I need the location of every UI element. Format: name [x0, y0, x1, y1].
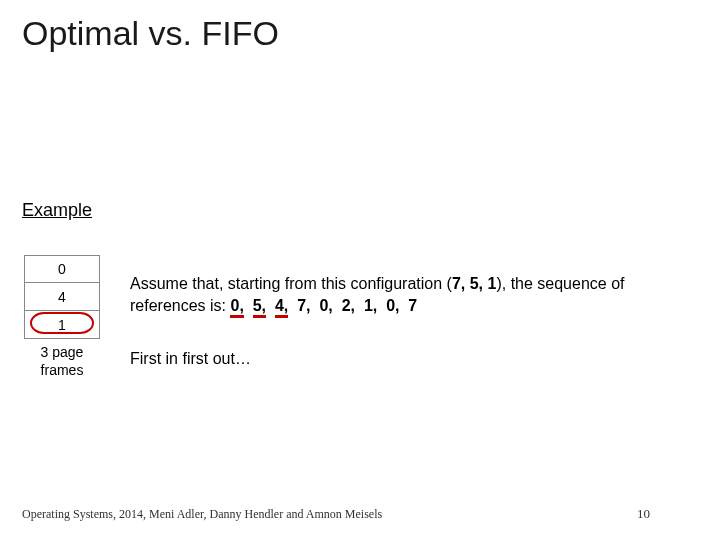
config-values: 7, 5, 1	[452, 275, 496, 292]
page-number: 10	[637, 506, 650, 522]
frames-label: 3 page frames	[26, 344, 98, 379]
frame-0: 0	[24, 255, 100, 283]
ref-1: 5,	[253, 297, 266, 318]
frame-2: 1	[24, 311, 100, 339]
ref-0: 0,	[230, 297, 243, 318]
page-frames-table: 0 4 1	[24, 255, 100, 339]
example-heading: Example	[22, 200, 92, 221]
fifo-caption: First in first out…	[130, 350, 251, 368]
slide-title: Optimal vs. FIFO	[22, 14, 279, 53]
ref-7: 0,	[386, 297, 399, 314]
text-pre: Assume that, starting from this configur…	[130, 275, 452, 292]
ref-8: 7	[408, 297, 417, 314]
ref-2: 4,	[275, 297, 288, 318]
ref-5: 2,	[342, 297, 355, 314]
ref-4: 0,	[319, 297, 332, 314]
ref-6: 1,	[364, 297, 377, 314]
footer-text: Operating Systems, 2014, Meni Adler, Dan…	[22, 507, 382, 522]
frame-1: 4	[24, 283, 100, 311]
assumption-text: Assume that, starting from this configur…	[130, 273, 700, 316]
ref-3: 7,	[297, 297, 310, 314]
